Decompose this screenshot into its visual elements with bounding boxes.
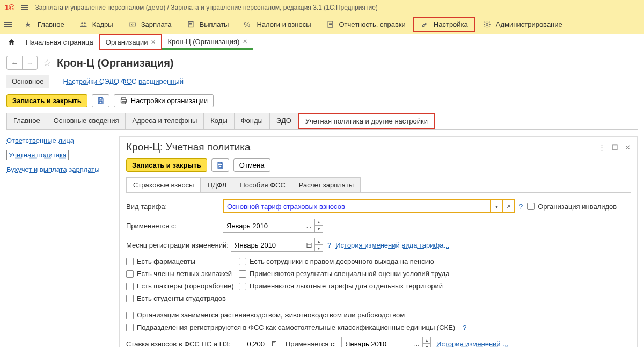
apply-from-input[interactable] — [223, 219, 303, 233]
calc-icon[interactable] — [268, 337, 280, 347]
menu-item-zarplata[interactable]: Зарплата — [121, 17, 179, 32]
panel-title: Крон-Ц: Учетная политика — [126, 141, 251, 153]
back-button[interactable]: ← — [7, 56, 22, 69]
label-cb: Есть фармацевты — [137, 257, 195, 265]
spinner[interactable]: ▲▼ — [315, 238, 323, 252]
tab-organizations[interactable]: Организации ✕ — [99, 34, 163, 50]
main-hamburger-icon[interactable] — [21, 5, 28, 10]
svg-point-0 — [81, 22, 83, 24]
org-settings-button[interactable]: Настройки организации — [114, 94, 214, 107]
cb-miners[interactable] — [126, 283, 134, 290]
cb-flight[interactable] — [126, 270, 134, 278]
menu-item-nastroika[interactable]: Настройка — [413, 17, 475, 32]
panel-save-close-button[interactable]: Записать и закрыть — [126, 158, 207, 172]
spinner[interactable]: ▲▼ — [315, 219, 323, 233]
cb-pharm[interactable] — [126, 258, 134, 265]
history-changes-link[interactable]: История изменений ... — [436, 340, 508, 348]
dtab-osnovnye[interactable]: Основные сведения — [47, 113, 126, 129]
payments-icon — [187, 20, 195, 29]
menu-hamburger-icon[interactable] — [4, 22, 12, 27]
cb-lgot[interactable] — [239, 283, 246, 290]
ptab-salary[interactable]: Расчет зарплаты — [292, 177, 361, 192]
cb-pension[interactable] — [239, 258, 246, 265]
sidebar-link-responsible[interactable]: Ответственные лица — [6, 136, 114, 144]
panel-cancel-button[interactable]: Отмена — [233, 158, 270, 172]
reg-month-input[interactable] — [231, 238, 303, 252]
main-menu: ★ Главное Кадры Зарплата Выплаты % Налог… — [0, 15, 644, 34]
tab-kron-org[interactable]: Крон-Ц (Организация) ✕ — [162, 34, 253, 50]
close-icon[interactable]: ✕ — [243, 38, 247, 45]
dtab-kody[interactable]: Коды — [203, 113, 234, 129]
save-button[interactable] — [92, 94, 109, 107]
svg-point-10 — [486, 23, 488, 25]
tab-start-page[interactable]: Начальная страница — [20, 34, 99, 50]
cb-subdiv-fss[interactable] — [126, 324, 134, 331]
label-rate-apply: Применяется с: — [286, 340, 336, 348]
calendar-icon[interactable] — [303, 238, 315, 252]
open-ref-icon[interactable]: ↗ — [503, 199, 515, 213]
ptab-insurance[interactable]: Страховые взносы — [126, 177, 201, 192]
section-sedo-link[interactable]: Настройки СЭДО ФСС расширенный — [58, 75, 189, 88]
dtab-policy[interactable]: Учетная политика и другие настройки — [298, 113, 435, 129]
cb-agriculture[interactable] — [126, 312, 134, 319]
picker-icon[interactable]: … — [303, 219, 315, 233]
nav-buttons: ← → — [6, 56, 38, 70]
dtab-main[interactable]: Главное — [6, 113, 47, 129]
close-icon[interactable]: ✕ — [151, 39, 156, 46]
sidebar-link-policy[interactable]: Учетная политика — [6, 150, 69, 160]
favorite-star-icon[interactable]: ☆ — [43, 57, 52, 69]
forward-button[interactable]: → — [22, 56, 37, 69]
svg-rect-12 — [99, 101, 102, 103]
panel-save-button[interactable] — [211, 158, 229, 172]
tariff-input[interactable] — [223, 199, 491, 213]
menu-item-otchetnost[interactable]: Отчетность, справки — [319, 17, 413, 32]
section-main[interactable]: Основное — [6, 75, 49, 88]
floppy-icon — [97, 97, 105, 105]
panel-window-controls: ⋮ ☐ ✕ — [598, 143, 631, 151]
help-icon[interactable]: ? — [519, 203, 523, 211]
menu-label: Администрирование — [496, 20, 562, 28]
more-icon[interactable]: ⋮ — [598, 143, 605, 151]
page-title: Крон-Ц (Организация) — [57, 57, 174, 69]
sidebar-link-buhuchet[interactable]: Бухучет и выплата зарплаты — [6, 165, 114, 174]
dropdown-icon[interactable]: ▾ — [491, 199, 503, 213]
label-rate: Ставка взносов в ФСС НС и ПЗ: — [126, 340, 231, 348]
menu-item-main[interactable]: ★ Главное — [17, 17, 72, 32]
help-icon[interactable]: ? — [463, 323, 466, 331]
cb-students[interactable] — [126, 295, 134, 302]
close-icon[interactable]: ✕ — [625, 143, 631, 151]
menu-item-vyplaty[interactable]: Выплаты — [179, 17, 237, 32]
cb-spec-eval[interactable] — [239, 270, 246, 278]
policy-tabs: Страховые взносы НДФЛ Пособия ФСС Расчет… — [126, 177, 631, 193]
svg-rect-16 — [219, 162, 222, 164]
dtab-address[interactable]: Адреса и телефоны — [125, 113, 204, 129]
maximize-icon[interactable]: ☐ — [612, 143, 618, 151]
rate-combo — [231, 337, 280, 347]
rate-input[interactable] — [231, 337, 268, 347]
apply-from-combo: … ▲▼ — [223, 219, 323, 233]
percent-icon: % — [244, 20, 252, 29]
label-cb: Применяются результаты специальной оценк… — [250, 270, 449, 278]
ptab-ndfl[interactable]: НДФЛ — [200, 177, 233, 192]
tariff-combo: ▾ ↗ — [223, 199, 515, 213]
content-area: ← → ☆ Крон-Ц (Организация) Основное Наст… — [0, 50, 644, 347]
help-icon[interactable]: ? — [327, 241, 331, 249]
page-tabs-bar: Начальная страница Организации ✕ Крон-Ц … — [0, 34, 644, 50]
save-close-button[interactable]: Записать и закрыть — [6, 94, 87, 107]
rate-apply-input[interactable] — [341, 337, 411, 347]
ptab-fss[interactable]: Пособия ФСС — [233, 177, 292, 192]
dtab-edo[interactable]: ЭДО — [269, 113, 298, 129]
spinner[interactable]: ▲▼ — [423, 337, 431, 347]
picker-icon[interactable]: … — [411, 337, 423, 347]
home-icon[interactable] — [3, 34, 20, 50]
tab-label: Начальная страница — [26, 38, 93, 46]
svg-rect-18 — [307, 243, 311, 248]
history-tariff-link[interactable]: История изменений вида тарифа... — [335, 241, 449, 249]
detail-tabs: Главное Основные сведения Адреса и телеф… — [6, 113, 638, 130]
menu-item-kadry[interactable]: Кадры — [72, 17, 121, 32]
org-invalid-checkbox[interactable] — [527, 203, 535, 210]
dtab-fondy[interactable]: Фонды — [234, 113, 270, 129]
menu-item-admin[interactable]: Администрирование — [475, 17, 570, 32]
form-area: Вид тарифа: ▾ ↗ ? Организация инвалидов … — [120, 193, 637, 347]
menu-item-nalogi[interactable]: % Налоги и взносы — [236, 17, 318, 32]
